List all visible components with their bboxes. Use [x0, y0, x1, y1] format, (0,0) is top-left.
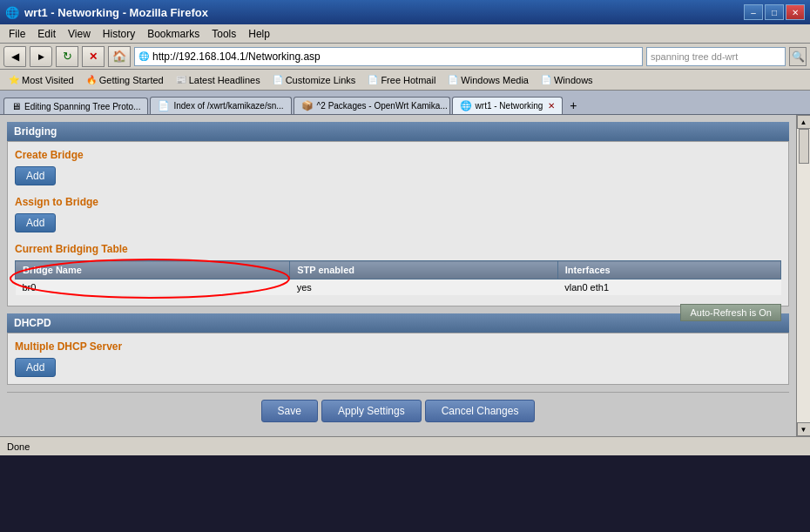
- tab-icon: 📦: [301, 100, 314, 111]
- bookmark-hotmail[interactable]: 📄Free Hotmail: [362, 73, 441, 87]
- menu-view[interactable]: View: [63, 26, 96, 42]
- save-button[interactable]: Save: [261, 400, 318, 422]
- bookmark-customize[interactable]: 📄Customize Links: [267, 73, 361, 87]
- status-bar: Done: [0, 436, 810, 455]
- scroll-down-button[interactable]: ▼: [797, 422, 811, 436]
- cell-bridge-name: br0: [16, 279, 290, 296]
- assign-bridge-label: Assign to Bridge: [15, 196, 781, 208]
- close-button[interactable]: ✕: [786, 4, 805, 20]
- bridge-table: Bridge Name STP enabled Interfaces br0 y…: [15, 260, 781, 295]
- tab-packages[interactable]: 📦 ^2 Packages - OpenWrt Kamika...: [294, 97, 450, 114]
- multiple-dhcp-subsection: Multiple DHCP Server Add: [15, 340, 781, 377]
- multiple-dhcp-label: Multiple DHCP Server: [15, 340, 781, 353]
- menu-help[interactable]: Help: [243, 26, 275, 42]
- bookmark-getting-started[interactable]: 🔥Getting Started: [81, 73, 169, 87]
- tab-close-button[interactable]: ✕: [548, 101, 555, 111]
- table-row: br0 yes vlan0 eth1: [16, 279, 781, 296]
- tabs-bar: 🖥 Editing Spanning Tree Proto... 📄 Index…: [0, 91, 810, 115]
- auto-refresh-button[interactable]: Auto-Refresh is On: [680, 304, 781, 321]
- maximize-button[interactable]: □: [765, 4, 784, 20]
- cancel-changes-button[interactable]: Cancel Changes: [425, 400, 536, 422]
- nav-bar: ◀ ▶ ↻ ✕ 🏠 🌐 http://192.168.104.1/Network…: [0, 44, 810, 70]
- title-bar: 🌐 wrt1 - Networking - Mozilla Firefox – …: [0, 0, 810, 24]
- create-bridge-label: Create Bridge: [15, 149, 781, 161]
- scrollbar[interactable]: ▲ ▼: [796, 115, 810, 436]
- menu-bar: File Edit View History Bookmarks Tools H…: [0, 24, 810, 44]
- bookmarks-bar: ⭐Most Visited 🔥Getting Started 📰Latest H…: [0, 70, 810, 91]
- tab-icon: 📄: [158, 100, 170, 111]
- bridging-title: Bridging: [14, 125, 57, 138]
- tab-label: wrt1 - Networking: [476, 101, 543, 111]
- tab-label: Index of /xwrt/kamikaze/sn...: [173, 101, 283, 111]
- scroll-up-button[interactable]: ▲: [797, 115, 811, 129]
- bridging-section-header: Bridging: [7, 122, 789, 141]
- tab-label: ^2 Packages - OpenWrt Kamika...: [317, 101, 448, 111]
- minimize-button[interactable]: –: [744, 4, 763, 20]
- stop-button[interactable]: ✕: [82, 46, 105, 67]
- page-area: Bridging Create Bridge Add Assign to Bri…: [0, 115, 810, 436]
- address-bar[interactable]: 🌐 http://192.168.104.1/Networking.asp: [134, 47, 643, 66]
- assign-bridge-subsection: Assign to Bridge Add: [15, 196, 781, 232]
- cell-interfaces: vlan0 eth1: [557, 279, 780, 296]
- table-container: Bridge Name STP enabled Interfaces br0 y…: [15, 260, 781, 295]
- window-title: wrt1 - Networking - Mozilla Firefox: [24, 6, 208, 19]
- tab-icon: 🌐: [460, 100, 472, 111]
- menu-bookmarks[interactable]: Bookmarks: [142, 26, 205, 42]
- address-text: http://192.168.104.1/Networking.asp: [152, 51, 321, 63]
- tab-label: Editing Spanning Tree Proto...: [24, 102, 140, 111]
- create-bridge-subsection: Create Bridge Add: [15, 149, 781, 185]
- current-bridging-table-label: Current Bridging Table: [15, 243, 781, 255]
- status-text: Done: [7, 441, 30, 452]
- new-tab-button[interactable]: +: [564, 97, 582, 114]
- cell-stp-enabled: yes: [290, 279, 558, 296]
- scrollbar-track[interactable]: [797, 129, 810, 422]
- menu-tools[interactable]: Tools: [206, 26, 241, 42]
- dhcpd-section-body: Multiple DHCP Server Add: [7, 333, 789, 385]
- current-bridging-table-subsection: Current Bridging Table Bridge Name STP e…: [15, 243, 781, 295]
- search-button[interactable]: 🔍: [789, 47, 807, 66]
- dhcpd-section-header: DHCPD: [7, 313, 789, 333]
- tab-networking[interactable]: 🌐 wrt1 - Networking ✕: [452, 97, 564, 114]
- search-bar[interactable]: spanning tree dd-wrt: [646, 47, 786, 66]
- page-content: Bridging Create Bridge Add Assign to Bri…: [0, 115, 796, 436]
- forward-button[interactable]: ▶: [30, 46, 52, 67]
- dhcpd-title: DHCPD: [14, 317, 51, 329]
- col-interfaces: Interfaces: [557, 261, 780, 279]
- browser-icon: 🌐: [5, 6, 19, 19]
- menu-history[interactable]: History: [98, 26, 140, 42]
- tab-index[interactable]: 📄 Index of /xwrt/kamikaze/sn...: [150, 97, 291, 114]
- add-dhcp-button[interactable]: Add: [15, 358, 56, 377]
- col-bridge-name: Bridge Name: [16, 261, 290, 279]
- refresh-button[interactable]: ↻: [56, 46, 78, 67]
- dhcpd-section: DHCPD Multiple DHCP Server Add: [7, 313, 789, 385]
- scrollbar-thumb[interactable]: [799, 129, 809, 164]
- back-button[interactable]: ◀: [3, 46, 26, 67]
- bottom-action-bar: Save Apply Settings Cancel Changes: [7, 392, 789, 429]
- bridging-section-body: Create Bridge Add Assign to Bridge Add C…: [7, 141, 789, 306]
- window-controls: – □ ✕: [744, 4, 805, 20]
- bookmark-most-visited[interactable]: ⭐Most Visited: [3, 73, 79, 87]
- menu-edit[interactable]: Edit: [32, 26, 61, 42]
- address-icon: 🌐: [138, 51, 149, 61]
- bridging-section: Bridging Create Bridge Add Assign to Bri…: [7, 122, 789, 306]
- add-assign-button[interactable]: Add: [15, 213, 56, 232]
- search-text: spanning tree dd-wrt: [651, 51, 738, 62]
- home-button[interactable]: 🏠: [108, 46, 131, 67]
- bookmark-headlines[interactable]: 📰Latest Headlines: [171, 73, 266, 87]
- bookmark-windows-media[interactable]: 📄Windows Media: [442, 73, 534, 87]
- col-stp-enabled: STP enabled: [290, 261, 558, 279]
- bookmark-windows[interactable]: 📄Windows: [536, 73, 598, 87]
- tab-icon: 🖥: [11, 101, 21, 111]
- tab-spanning-tree[interactable]: 🖥 Editing Spanning Tree Proto...: [3, 98, 148, 114]
- add-bridge-button[interactable]: Add: [15, 166, 56, 185]
- apply-settings-button[interactable]: Apply Settings: [321, 400, 422, 422]
- menu-file[interactable]: File: [3, 26, 30, 42]
